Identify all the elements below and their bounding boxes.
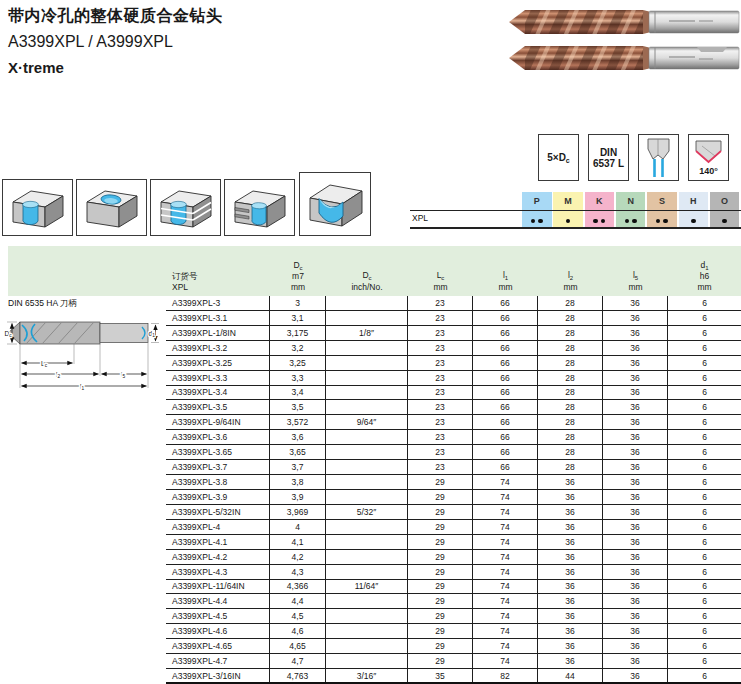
din-line1: DIN [600, 147, 617, 158]
cell-l5: 36 [603, 415, 668, 429]
cell-l2: 36 [538, 580, 603, 594]
header-col-l1: l1mm [473, 270, 538, 292]
cell-l1: 66 [473, 445, 538, 459]
cell-l2: 28 [538, 460, 603, 474]
cell-no: A3399XPL-4.6 [166, 624, 270, 638]
cell-l5: 36 [603, 326, 668, 340]
cell-lc: 29 [408, 505, 473, 519]
cell-d1: 6 [668, 296, 741, 310]
cell-lc: 29 [408, 565, 473, 579]
table-row: A3399XPL-33236628366 [166, 296, 741, 311]
cell-d1: 6 [668, 356, 741, 370]
table-row: A3399XPL-4.14,1297436366 [166, 535, 741, 550]
table-row: A3399XPL-4.74,7297436366 [166, 654, 741, 669]
cell-m7: 3,8 [270, 475, 326, 489]
table-row: A3399XPL-3.23,2236628366 [166, 341, 741, 356]
cell-m7: 3,1 [270, 311, 326, 325]
cell-no: A3399XPL-11/64IN [166, 580, 270, 594]
cell-l5: 36 [603, 400, 668, 414]
material-rating-dots [522, 219, 552, 224]
cell-d1: 6 [668, 311, 741, 325]
cell-lc: 23 [408, 445, 473, 459]
cell-no: A3399XPL-1/8IN [166, 326, 270, 340]
cell-l2: 28 [538, 445, 603, 459]
cell-l1: 74 [473, 505, 538, 519]
cell-l2: 28 [538, 356, 603, 370]
cell-l2: 36 [538, 535, 603, 549]
cell-l2: 36 [538, 654, 603, 668]
header-col-d1: d1h6mm [668, 260, 741, 293]
cell-lc: 35 [408, 669, 473, 682]
cell-d1: 6 [668, 490, 741, 504]
cell-l5: 36 [603, 430, 668, 444]
cell-inch [326, 535, 408, 549]
page-title: 带内冷孔的整体硬质合金钻头 [8, 2, 223, 29]
table-row: A3399XPL-3.653,65236628366 [166, 445, 741, 460]
table-row: A3399XPL-11/64IN4,36611/64″297436366 [166, 580, 741, 595]
interrupted-cut-icon [228, 183, 292, 233]
cell-d1: 6 [668, 475, 741, 489]
cell-no: A3399XPL-4.5 [166, 609, 270, 623]
table-row: A3399XPL-3.83,8297436366 [166, 475, 741, 490]
cell-inch [326, 445, 408, 459]
cell-m7: 3,3 [270, 371, 326, 385]
material-letter: S [647, 192, 677, 210]
cell-inch [326, 609, 408, 623]
cell-lc: 29 [408, 624, 473, 638]
app-icon-interrupted-cut [224, 179, 295, 236]
cell-lc: 23 [408, 371, 473, 385]
cell-lc: 23 [408, 356, 473, 370]
cell-m7: 4,65 [270, 639, 326, 653]
header-col-order: 订货号XPL [166, 271, 270, 292]
table-row: A3399XPL-3.93,9297436366 [166, 490, 741, 505]
cell-lc: 23 [408, 341, 473, 355]
cell-l2: 28 [538, 415, 603, 429]
spec-badge-length-ratio: 5×Dc [538, 134, 579, 181]
cell-l1: 66 [473, 311, 538, 325]
cell-l2: 28 [538, 400, 603, 414]
cell-d1: 6 [668, 326, 741, 340]
cell-d1: 6 [668, 639, 741, 653]
point-angle-label: 140° [699, 167, 718, 176]
cell-inch [326, 460, 408, 474]
cell-inch [326, 371, 408, 385]
cell-l2: 28 [538, 326, 603, 340]
material-rating-dots [616, 219, 646, 224]
cell-l5: 36 [603, 460, 668, 474]
material-letter: M [553, 192, 583, 210]
cell-l1: 74 [473, 609, 538, 623]
material-letter: N [616, 192, 646, 210]
cell-inch [326, 565, 408, 579]
cell-inch [326, 594, 408, 608]
cell-l1: 66 [473, 430, 538, 444]
cell-l1: 66 [473, 341, 538, 355]
cell-lc: 23 [408, 400, 473, 414]
size-table-header: 订货号XPLDcm7mmDcinch/No.Lcmml1mml2mml5mmd1… [166, 246, 741, 296]
cell-d1: 6 [668, 520, 741, 534]
cell-inch [326, 296, 408, 310]
cell-no: A3399XPL-3.8 [166, 475, 270, 489]
cell-m7: 3,4 [270, 386, 326, 400]
cell-no: A3399XPL-3.3 [166, 371, 270, 385]
material-rating-dots [585, 219, 615, 224]
table-row: A3399XPL-3/16IN4,7633/16″358244366 [166, 669, 741, 684]
catalog-page: 带内冷孔的整体硬质合金钻头 A3399XPL / A3999XPL X·trem… [0, 0, 741, 684]
cell-l1: 74 [473, 520, 538, 534]
cell-m7: 4,763 [270, 669, 326, 682]
cell-d1: 6 [668, 565, 741, 579]
cell-l5: 36 [603, 565, 668, 579]
cell-no: A3399XPL-4 [166, 520, 270, 534]
cell-inch [326, 386, 408, 400]
size-table-body: A3399XPL-33236628366A3399XPL-3.13,123662… [166, 296, 741, 684]
cell-l5: 36 [603, 609, 668, 623]
cell-inch [326, 475, 408, 489]
app-icon-stacked-plates [150, 179, 221, 236]
cell-l5: 36 [603, 550, 668, 564]
cell-lc: 29 [408, 639, 473, 653]
table-row: A3399XPL-3.53,5236628366 [166, 400, 741, 415]
cell-no: A3399XPL-4.65 [166, 639, 270, 653]
drill-photo-top [509, 10, 739, 34]
cell-m7: 3,6 [270, 430, 326, 444]
cell-m7: 4,3 [270, 565, 326, 579]
cell-l5: 36 [603, 594, 668, 608]
